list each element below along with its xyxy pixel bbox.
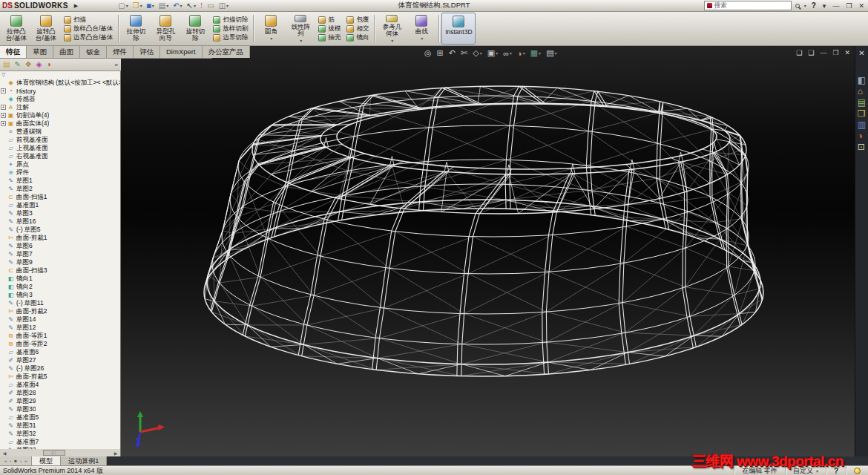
tree-item[interactable]: +◔History (0, 87, 120, 95)
tree-item[interactable]: ✎草图2 (0, 185, 120, 193)
zoom-to-fit-icon[interactable]: ◎ (424, 48, 432, 58)
commandmanager-tab[interactable]: 特征 (0, 46, 27, 58)
tree-item[interactable]: ✐草图27 (0, 356, 120, 364)
help-dropdown-icon[interactable]: ▾ (821, 1, 828, 10)
restore-icon[interactable]: ❐ (844, 1, 853, 10)
tree-item[interactable]: C曲面-扫描3 (0, 266, 120, 275)
button-swept-cut[interactable]: 扫描切除 (213, 16, 248, 24)
chevron-down-icon[interactable]: ▾ (391, 38, 393, 45)
graphics-viewport[interactable]: 特征草图曲面钣金焊件评估DimXpert办公室产品 ▤✎❖◈◑» ▽ ◆体育馆钢… (0, 46, 868, 456)
section-view-icon[interactable]: ✄ (461, 48, 467, 58)
motion-end-icon[interactable]: » (24, 459, 27, 463)
tree-item[interactable]: ◆体育馆钢结构 (默认<按加工>< <默认>_显示 (0, 79, 120, 87)
tree-item[interactable]: ✎(-) 草图11 (0, 299, 120, 307)
commandmanager-tab[interactable]: 办公室产品 (203, 46, 251, 58)
zoom-to-area-icon[interactable]: ⊞ (437, 48, 444, 58)
button-linear-pattern[interactable]: 线性阵 列▾ (286, 13, 315, 45)
taskpane-panel-icon[interactable]: ◧ (858, 76, 866, 85)
dropdown-caret-icon[interactable]: ▾ (152, 3, 154, 8)
undo-icon[interactable]: ↶▾ (171, 1, 183, 11)
hide-show-items-icon[interactable]: ∞▾ (503, 49, 512, 58)
tree-item[interactable]: ✎草图1 (0, 177, 120, 185)
tree-item[interactable]: ▱基准面7 (0, 438, 120, 446)
search-input[interactable]: 搜索 (704, 1, 792, 10)
view-orientation-icon[interactable]: ◇▾ (473, 48, 481, 58)
tree-item[interactable]: ✎草图12 (0, 324, 120, 332)
help-icon[interactable]: ? (810, 1, 818, 10)
file-explorer-icon[interactable]: ❒ (858, 109, 866, 118)
chevron-down-icon[interactable]: ▾ (270, 36, 272, 42)
tree-item[interactable]: ✎(-) 草图26 (0, 364, 120, 373)
viewport-minimize-icon[interactable]: — (820, 49, 826, 56)
commandmanager-tab[interactable]: 钣金 (80, 46, 107, 58)
display-pane-icon[interactable]: ◫▾ (217, 1, 230, 11)
tree-item[interactable]: ✎草图30 (0, 405, 120, 413)
tree-item[interactable]: ⌖原点 (0, 160, 120, 168)
tree-item[interactable]: ▱基准面6 (0, 348, 120, 356)
tree-horizontal-scrollbar[interactable]: ◀ ▶ ||| (0, 449, 121, 456)
dropdown-caret-icon[interactable]: ▾ (226, 3, 228, 8)
tree-item[interactable]: ✎草图7 (0, 250, 120, 258)
tree-item[interactable]: ✎草图3 (0, 209, 120, 217)
tree-item[interactable]: +A注解 (0, 103, 120, 111)
button-lofted-boss[interactable]: 放样凸台/基体 (64, 24, 113, 33)
chevron-down-icon[interactable]: ▾ (300, 38, 302, 45)
button-instant3d[interactable]: Instant3D (441, 13, 476, 45)
filter-funnel-icon[interactable]: ▽ (1, 72, 5, 78)
tree-item[interactable]: ▱前视基准面 (0, 136, 120, 144)
chevron-down-icon[interactable]: ▾ (480, 50, 482, 56)
dropdown-caret-icon[interactable]: ▾ (166, 3, 168, 8)
tree-item[interactable]: ▱上视基准面 (0, 144, 120, 152)
select-icon[interactable]: ↖▾ (185, 1, 197, 11)
tree-item[interactable]: ✎草图31 (0, 422, 120, 430)
tree-item[interactable]: ▱基准面5 (0, 413, 120, 422)
viewport-restore-icon[interactable]: ❐ (832, 49, 838, 56)
chevron-down-icon[interactable]: ▾ (523, 50, 525, 56)
tree-item[interactable]: ◧镜向2 (0, 283, 120, 291)
bottom-tab[interactable]: 运动算例1 (61, 456, 107, 465)
display-style-icon[interactable]: ▣▾ (487, 48, 498, 58)
commandmanager-tab[interactable]: 焊件 (107, 46, 134, 58)
dropdown-caret-icon[interactable]: ▾ (180, 3, 183, 8)
button-rib[interactable]: 筋 (318, 16, 341, 24)
chevron-down-icon[interactable]: ▾ (496, 50, 498, 56)
commandmanager-tab[interactable]: 曲面 (53, 46, 80, 58)
custom-properties-icon[interactable]: ⊡ (858, 142, 866, 151)
button-reference-geometry[interactable]: 参考几 何体▾ (377, 13, 407, 45)
save-icon[interactable]: ◙▾ (145, 1, 156, 11)
button-extruded-boss[interactable]: 拉伸凸 台/基体 (1, 13, 31, 45)
rebuild-icon[interactable]: ⁝ (199, 1, 204, 11)
viewport-close-icon[interactable]: ✕ (844, 49, 850, 56)
chevron-down-icon[interactable]: ▾ (510, 50, 512, 56)
tree-item[interactable]: ◧镜向3 (0, 291, 120, 299)
search-icon[interactable] (795, 4, 800, 8)
tree-item[interactable]: ⧉曲面-等距1 (0, 332, 120, 340)
status-help-icon[interactable]: ? (826, 466, 846, 475)
button-revolved-boss[interactable]: 旋转凸 台/基体 (31, 13, 61, 45)
expand-plus-icon[interactable]: + (1, 121, 6, 126)
commandmanager-tab[interactable]: 草图 (27, 46, 53, 58)
overflow-chevron-icon[interactable]: » (115, 62, 118, 68)
chevron-down-icon[interactable]: ▾ (555, 50, 557, 56)
motion-next-icon[interactable]: › (20, 459, 22, 463)
button-hole-wizard[interactable]: 异型孔 向导 (151, 13, 180, 45)
tree-item[interactable]: ✎草图14 (0, 315, 120, 324)
motion-stop-icon[interactable]: ■ (14, 459, 17, 463)
view-settings-icon[interactable]: ▤▾ (546, 48, 556, 58)
tree-item[interactable]: ⧉曲面-等距2 (0, 340, 120, 348)
status-lightbulb-cell[interactable] (846, 466, 868, 475)
tree-item[interactable]: ✐草图29 (0, 397, 120, 405)
viewport-cascade-icon[interactable]: ❑ (796, 49, 802, 56)
close-icon[interactable]: ✕ (857, 1, 866, 10)
appearances-scenes-icon[interactable]: ◑ (858, 131, 866, 140)
dropdown-caret-icon[interactable]: ▾ (126, 3, 128, 8)
dropdown-caret-icon[interactable]: ▾ (194, 3, 196, 8)
menu-expand-arrow-icon[interactable]: ▶ (74, 3, 78, 9)
tree-item[interactable]: ▱基准面4 (0, 381, 120, 389)
tree-item[interactable]: C曲面-扫描1 (0, 193, 120, 201)
button-boundary-boss[interactable]: 边界凸台/基体 (64, 33, 113, 42)
button-lofted-cut[interactable]: 放样切割 (213, 24, 248, 33)
open-icon[interactable]: ❒▾ (131, 1, 144, 11)
minimize-icon[interactable]: — (831, 1, 841, 10)
tree-item[interactable]: ◧镜向1 (0, 275, 120, 283)
